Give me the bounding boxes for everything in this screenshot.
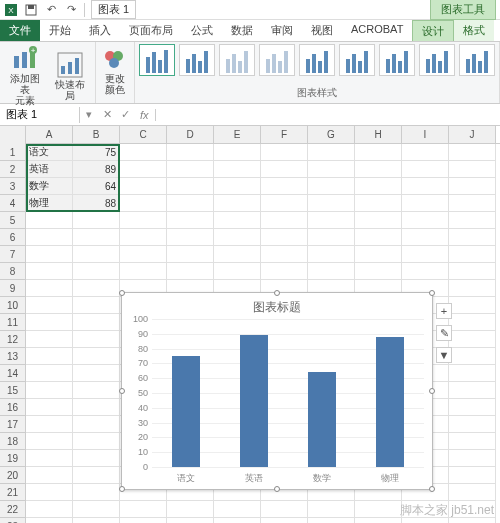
col-header-I[interactable]: I [402,126,449,144]
cell-J3[interactable] [449,178,496,195]
cell-A8[interactable] [26,263,73,280]
row-header-23[interactable]: 23 [0,518,26,523]
formula-input[interactable] [156,105,500,124]
row-header-22[interactable]: 22 [0,501,26,518]
tab-data[interactable]: 数据 [222,20,262,41]
cell-A2[interactable]: 英语 [26,161,73,178]
cell-B14[interactable] [73,365,120,382]
chart-style-6[interactable] [339,44,375,76]
cell-J17[interactable] [449,416,496,433]
cell-B8[interactable] [73,263,120,280]
undo-icon[interactable]: ↶ [44,3,58,17]
chart-elements-button[interactable]: + [436,303,452,319]
col-header-C[interactable]: C [120,126,167,144]
col-header-A[interactable]: A [26,126,73,144]
cell-J4[interactable] [449,195,496,212]
chart-title[interactable]: 图表标题 [122,293,432,322]
chart-style-7[interactable] [379,44,415,76]
row-header-12[interactable]: 12 [0,331,26,348]
row-header-6[interactable]: 6 [0,229,26,246]
cell-A10[interactable] [26,297,73,314]
row-header-1[interactable]: 1 [0,144,26,161]
cell-D7[interactable] [167,246,214,263]
bar-物理[interactable] [376,337,404,467]
tab-formulas[interactable]: 公式 [182,20,222,41]
cell-B20[interactable] [73,467,120,484]
cell-D8[interactable] [167,263,214,280]
chart-style-5[interactable] [299,44,335,76]
cell-A20[interactable] [26,467,73,484]
cell-C23[interactable] [120,518,167,523]
embedded-chart[interactable]: 图表标题 0102030405060708090100 语文英语数学物理 + ✎… [121,292,433,490]
cell-A19[interactable] [26,450,73,467]
cell-B5[interactable] [73,212,120,229]
cell-C5[interactable] [120,212,167,229]
cell-A7[interactable] [26,246,73,263]
cell-D2[interactable] [167,161,214,178]
cell-I3[interactable] [402,178,449,195]
cell-A16[interactable] [26,399,73,416]
cell-H7[interactable] [355,246,402,263]
cell-J12[interactable] [449,331,496,348]
cell-B12[interactable] [73,331,120,348]
row-header-18[interactable]: 18 [0,433,26,450]
cell-E23[interactable] [214,518,261,523]
cell-E3[interactable] [214,178,261,195]
row-header-8[interactable]: 8 [0,263,26,280]
cell-B21[interactable] [73,484,120,501]
cell-D5[interactable] [167,212,214,229]
tab-acrobat[interactable]: ACROBAT [342,20,412,41]
cell-B2[interactable]: 89 [73,161,120,178]
cell-H23[interactable] [355,518,402,523]
cell-A11[interactable] [26,314,73,331]
cell-E2[interactable] [214,161,261,178]
name-box[interactable] [0,107,80,123]
cell-A18[interactable] [26,433,73,450]
cell-E8[interactable] [214,263,261,280]
cell-D22[interactable] [167,501,214,518]
tab-format[interactable]: 格式 [454,20,494,41]
add-chart-element-button[interactable]: + 添加图表 元素 [4,44,46,108]
col-header-F[interactable]: F [261,126,308,144]
cell-F1[interactable] [261,144,308,161]
cell-J16[interactable] [449,399,496,416]
cell-E22[interactable] [214,501,261,518]
cell-J11[interactable] [449,314,496,331]
cell-C22[interactable] [120,501,167,518]
cancel-icon[interactable]: ✕ [98,108,116,121]
cell-B11[interactable] [73,314,120,331]
cell-G5[interactable] [308,212,355,229]
tab-page-layout[interactable]: 页面布局 [120,20,182,41]
redo-icon[interactable]: ↷ [64,3,78,17]
cell-G3[interactable] [308,178,355,195]
cell-F8[interactable] [261,263,308,280]
fx-label[interactable]: fx [134,109,156,121]
chart-styles-button[interactable]: ✎ [436,325,452,341]
row-header-4[interactable]: 4 [0,195,26,212]
cell-I4[interactable] [402,195,449,212]
row-header-13[interactable]: 13 [0,348,26,365]
row-header-21[interactable]: 21 [0,484,26,501]
row-header-10[interactable]: 10 [0,297,26,314]
cell-A9[interactable] [26,280,73,297]
row-header-3[interactable]: 3 [0,178,26,195]
cell-J21[interactable] [449,484,496,501]
cell-I2[interactable] [402,161,449,178]
row-header-15[interactable]: 15 [0,382,26,399]
cell-J2[interactable] [449,161,496,178]
cell-A6[interactable] [26,229,73,246]
cell-B9[interactable] [73,280,120,297]
cell-E4[interactable] [214,195,261,212]
cell-H6[interactable] [355,229,402,246]
cell-F6[interactable] [261,229,308,246]
tab-insert[interactable]: 插入 [80,20,120,41]
col-header-E[interactable]: E [214,126,261,144]
cell-A13[interactable] [26,348,73,365]
cell-A12[interactable] [26,331,73,348]
cell-G6[interactable] [308,229,355,246]
select-all-corner[interactable] [0,126,26,144]
cell-C2[interactable] [120,161,167,178]
cell-H3[interactable] [355,178,402,195]
cell-B13[interactable] [73,348,120,365]
col-header-D[interactable]: D [167,126,214,144]
